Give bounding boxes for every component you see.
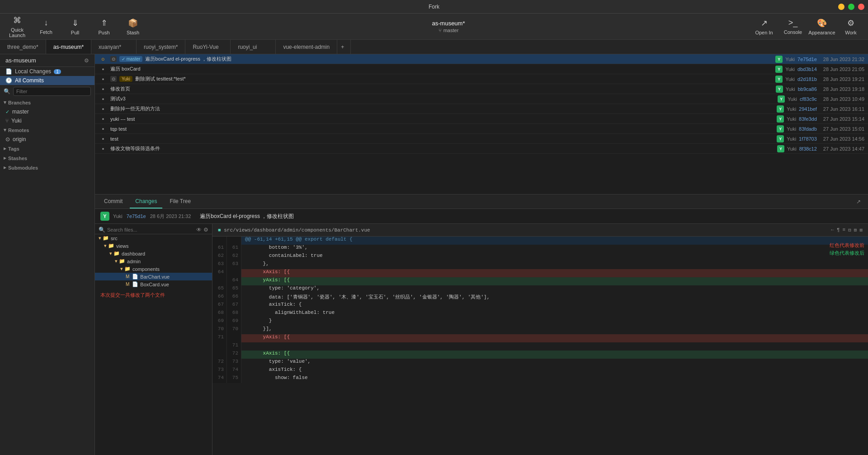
tree-item-views[interactable]: ▾ 📁 views [95,242,212,250]
diff-line-hunk: @@ -61,14 +61,15 @@ export default { [212,237,868,245]
sidebar-section-stashes[interactable]: ▸ Stashes [0,153,94,163]
tab-xuanyan[interactable]: xuanyan* [91,40,137,54]
line-num-right [227,334,241,342]
tree-label: views [116,243,129,249]
minimize-button[interactable]: − [838,4,844,10]
diff-line: 65 65 type: 'category', [212,285,868,294]
commit-row[interactable]: ● test Y Yuki 1f78703 27 Jun 2023 14:56 [95,134,868,144]
commit-row[interactable]: ● ⊙ Yuki 删除测试 testtest:*test* Y Yuki d2d… [95,74,868,84]
commit-row[interactable]: ● 修改首页 Y Yuki bb9ca86 28 Jun 2023 19:18 [95,84,868,94]
diff-code: containLabel: true [241,253,868,261]
tree-item-components[interactable]: ▾ 📁 components [95,265,212,273]
commit-date: 28 Jun 2023 21:05 [823,66,864,72]
push-button[interactable]: ⇑ Push [90,15,118,38]
tab-commit[interactable]: Commit [99,194,128,209]
sidebar-section-tags[interactable]: ▸ Tags [0,144,94,153]
work-button[interactable]: ⚙ Work [837,15,864,38]
diff-code: alignWithLabel: true [241,310,868,318]
tree-item-boxcard[interactable]: M 📄 BoxCard.vue [95,280,212,288]
line-num-right: 65 [227,285,241,294]
vue-icon: ■ [218,228,221,233]
diff-tool-4[interactable]: ⊟ [848,227,851,233]
file-search-input[interactable] [107,227,194,232]
diff-tool-3[interactable]: ≡ [843,227,846,233]
appearance-icon: 🎨 [817,18,827,28]
search-icon: 🔍 [4,88,10,95]
line-num-left: 74 [212,375,227,383]
commit-row[interactable]: ● yuki --- test Y Yuki 83fe3dd 27 Jun 20… [95,114,868,124]
sidebar-item-local-changes[interactable]: 📄 Local Changes 1 [0,67,94,76]
open-in-button[interactable]: ↗ Open In [750,15,778,38]
filter-input[interactable] [13,87,91,96]
eye-icon[interactable]: 👁 [196,227,202,233]
sidebar-branch-yuki[interactable]: ⑂ Yuki [0,116,94,125]
commit-message: tqp test [110,126,774,132]
diff-line: 62 62 containLabel: true [212,253,868,261]
appearance-button[interactable]: 🎨 Appearance [808,15,835,38]
filter-box: 🔍 [0,85,94,98]
line-num-right: 74 [227,367,241,375]
pull-button[interactable]: ⇓ Pull [61,15,89,38]
tree-item-src[interactable]: ▾ 📁 src [95,234,212,242]
filter-icon[interactable]: ⚙ [203,227,208,233]
commit-area: ⊙ ⊙ ✓ master 遍历boxCard el-progress ，修改柱状… [95,54,868,455]
sidebar-section-branches[interactable]: ▾ Branches [0,98,94,107]
fetch-button[interactable]: ↓ Fetch [33,15,60,38]
sidebar-branch-master[interactable]: ✓ master [0,107,94,116]
sidebar-item-all-commits[interactable]: 🕐 All Commits [0,76,94,85]
add-tab-button[interactable]: + [337,40,351,54]
line-num-right [227,237,241,245]
tab-ruoyi-system[interactable]: ruoyi_system* [137,40,185,54]
tab-vue-element-admin[interactable]: vue-element-admin [276,40,337,54]
chevron-right-icon-stashes: ▸ [4,155,6,161]
maximize-button[interactable]: □ [848,4,854,10]
tree-item-barchart[interactable]: M 📄 BarChart.vue [95,273,212,280]
main-layout: as-museum ⚙ 📄 Local Changes 1 🕐 All Comm… [0,54,868,455]
diff-line-added: 64 yAxis: [{ [212,277,868,285]
sidebar-section-remotes[interactable]: ▾ Remotes [0,125,94,135]
quick-launch-button[interactable]: ⌘ Quick Launch [4,15,31,38]
commit-row[interactable]: ● 修改文物等级筛选条件 Y Yuki 8f38c12 27 Jun 2023 … [95,144,868,154]
tab-changes[interactable]: Changes [130,194,162,209]
folder-icon: ▾ 📁 [115,258,125,264]
commit-row[interactable]: ● tqp test Y Yuki 83fdadb 27 Jun 2023 15… [95,124,868,134]
diff-code: yAxis: [{ [241,277,868,285]
sidebar-remote-origin[interactable]: ⊙ origin [0,135,94,144]
commit-row[interactable]: ● 遍历 boxCard Y Yuki dbd3b14 28 Jun 2023 … [95,64,868,74]
tab-ruoyi-vue[interactable]: RuoYi-Vue [185,40,231,54]
diff-tool-2[interactable]: ¶ [837,227,840,233]
commit-message: 遍历boxCard el-progress ，修改柱状图 [145,56,773,62]
commit-row[interactable]: ⊙ ⊙ ✓ master 遍历boxCard el-progress ，修改柱状… [95,54,868,64]
commit-date: 27 Jun 2023 16:11 [823,106,864,112]
tree-label: BoxCard.vue [140,282,169,287]
commit-graph: ● [99,64,108,74]
all-commits-icon: 🕐 [5,77,12,84]
tab-as-museum[interactable]: as-museum* [46,40,91,54]
commit-hash: 7e75d1e [797,57,817,62]
diff-tool-6[interactable]: ⊠ [859,227,863,233]
tab-ruoyi-ui[interactable]: ruoyi_ui [231,40,276,54]
close-button[interactable]: ✕ [858,4,864,10]
tab-file-tree[interactable]: File Tree [164,194,196,209]
commit-row[interactable]: ● 删除掉一些无用的方法 Y Yuki 2941bef 27 Jun 2023 … [95,104,868,114]
line-num-right: 67 [227,302,241,310]
code-diff[interactable]: ■ src/views/dashboard/admin/components/B… [212,224,868,455]
commit-author: Yuki [787,126,796,132]
line-num-left [212,277,227,285]
folder-icon: ▾ 📁 [120,266,131,272]
diff-tool-5[interactable]: ⊞ [854,227,857,233]
diff-tool-1[interactable]: ← [831,227,834,233]
line-num-left: 68 [212,310,227,318]
console-button[interactable]: >_ Console [779,15,807,38]
settings-icon[interactable]: ⚙ [84,57,89,64]
stash-button[interactable]: 📦 Stash [119,15,146,38]
titlebar: Fork − □ ✕ [0,0,868,14]
commit-row[interactable]: ● 测试v3 Y Yuki cf83c9c 28 Jun 2023 10:49 [95,94,868,104]
tree-item-dashboard[interactable]: ▾ 📁 dashboard [95,250,212,257]
sidebar-section-submodules[interactable]: ▸ Submodules [0,163,94,172]
commit-message: test [110,136,774,142]
tab-three-demo[interactable]: three_demo* [0,40,46,54]
expand-icon[interactable]: ↗ [853,194,864,209]
commit-list: ⊙ ⊙ ✓ master 遍历boxCard el-progress ，修改柱状… [95,54,868,194]
tree-item-admin[interactable]: ▾ 📁 admin [95,257,212,265]
